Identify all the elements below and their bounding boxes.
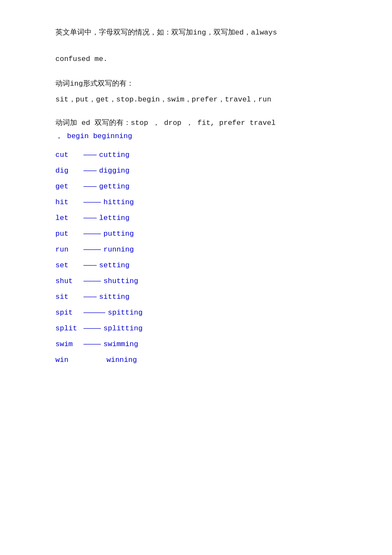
word-dash: ——— <box>84 151 97 159</box>
word-row: cut ——— cutting <box>55 151 341 159</box>
word-ing: setting <box>99 261 130 269</box>
word-ing: shutting <box>104 277 138 285</box>
verb-list: sit，put，get，stop.begin，swim，prefer，trave… <box>55 94 341 104</box>
word-dash: ———— <box>84 246 101 254</box>
word-dash: ———— <box>84 324 101 332</box>
section2-title: 动词加 ed 双写的有：stop ， drop ， fit, prefer tr… <box>55 118 341 127</box>
word-ing: cutting <box>99 151 130 159</box>
word-base: run <box>55 246 81 254</box>
word-dash: ———— <box>84 198 101 206</box>
word-pairs-container: cut ——— cuttingdig ——— diggingget ——— ge… <box>55 151 341 348</box>
word-base: split <box>55 324 81 332</box>
word-dash: ———— <box>84 230 101 238</box>
word-ing: running <box>104 246 134 254</box>
intro-line2: confused me. <box>55 52 341 66</box>
word-ing: swimming <box>104 340 138 348</box>
word-base: dig <box>55 167 81 175</box>
win-base: win <box>55 356 81 364</box>
word-ing: letting <box>99 214 130 222</box>
begin-line: ， begin beginning <box>55 131 341 141</box>
word-base: spit <box>55 309 81 317</box>
word-row: split ———— splitting <box>55 324 341 332</box>
win-row: win winning <box>55 356 341 364</box>
word-base: get <box>55 182 81 191</box>
word-row: sit ——— sitting <box>55 293 341 301</box>
word-row: spit ————— spitting <box>55 309 341 317</box>
word-base: cut <box>55 151 81 159</box>
word-row: run ———— running <box>55 246 341 254</box>
word-dash: ——— <box>84 167 97 175</box>
word-ing: hitting <box>104 198 134 206</box>
word-row: swim ———— swimming <box>55 340 341 348</box>
word-ing: putting <box>104 230 134 238</box>
word-base: swim <box>55 340 81 348</box>
word-row: put ———— putting <box>55 230 341 238</box>
word-row: hit ———— hitting <box>55 198 341 206</box>
word-row: get ——— getting <box>55 182 341 191</box>
word-dash: ———— <box>84 340 101 348</box>
word-ing: splitting <box>104 324 143 332</box>
word-ing: getting <box>99 182 130 191</box>
word-base: put <box>55 230 81 238</box>
word-base: let <box>55 214 81 222</box>
word-base: set <box>55 261 81 269</box>
word-ing: digging <box>99 167 130 175</box>
word-base: sit <box>55 293 81 301</box>
word-dash: ———— <box>84 277 101 285</box>
word-dash: ——— <box>84 293 97 301</box>
section1-title: 动词ing形式双写的有： <box>55 78 341 88</box>
word-row: dig ——— digging <box>55 167 341 175</box>
word-ing: spitting <box>108 309 143 317</box>
word-dash: ——— <box>84 214 97 222</box>
intro-line1: 英文单词中，字母双写的情况，如：双写加ing，双写加ed，always <box>55 26 341 40</box>
word-dash: ——— <box>84 261 97 269</box>
word-dash: ——— <box>84 182 97 191</box>
word-base: hit <box>55 198 81 206</box>
win-ing: winning <box>107 356 137 364</box>
word-dash: ————— <box>84 309 105 317</box>
word-ing: sitting <box>99 293 130 301</box>
word-row: let ——— letting <box>55 214 341 222</box>
word-base: shut <box>55 277 81 285</box>
word-row: set ——— setting <box>55 261 341 269</box>
word-row: shut ———— shutting <box>55 277 341 285</box>
